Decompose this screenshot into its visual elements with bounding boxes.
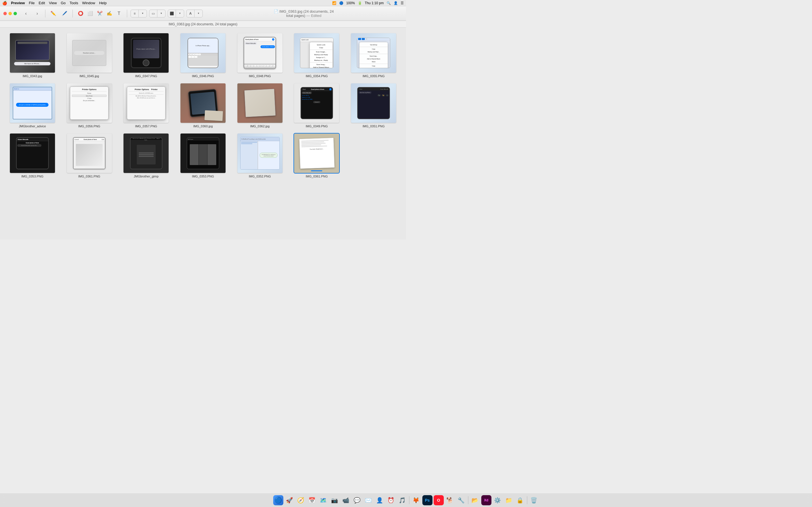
list-item[interactable]: IMG_0360.jpg [176, 83, 230, 128]
thumbnail-image: Switch to ...but just a reminder of AirP… [10, 83, 55, 123]
markup-tool[interactable]: ✍️ [105, 9, 114, 18]
list-item[interactable]: Printer Options Printer Brother HL-L2375… [119, 83, 173, 128]
list-view-icon[interactable]: ☰ [401, 1, 404, 5]
thumbnail-label: JMGbrother_gimp [134, 175, 158, 178]
thumbnail-wrapper[interactable]: ‹ Back Robert Metcalfe Sent from my iPho… [351, 83, 396, 123]
battery-icon: 🔋 [358, 1, 362, 5]
list-item[interactable]: Switch to ...but just a reminder of AirP… [6, 83, 59, 128]
thumbnail-wrapper[interactable]: Here we are in MacBook Pro Preview's Too… [123, 133, 168, 173]
rounded-group: ⬛ ▼ [168, 10, 184, 17]
list-item[interactable]: We have an iPhone... IMG_0343.jpg [6, 33, 59, 78]
thumbnail-wrapper[interactable]: Good photo of form ● Robert Metcalfe Goo… [238, 33, 283, 73]
pencil-tool[interactable]: ✏️ [49, 9, 58, 18]
list-item[interactable]: ‹ Back Robert Metcalfe Sent from my iPho… [347, 83, 400, 128]
text-tool[interactable]: T [114, 9, 123, 18]
oval-tool[interactable]: ⭕ [76, 9, 85, 18]
thumbnail-label: IMG_0362.jpg [250, 124, 269, 128]
back-button[interactable]: ‹ [21, 9, 31, 18]
apple-menu[interactable]: 🍎 [2, 1, 7, 5]
forward-button[interactable]: › [33, 9, 42, 18]
thumbnail-wrapper[interactable]: ‹ Back Good photo of form ● Robert Metca… [294, 83, 339, 123]
thumbnail-image: Printer Options Printer Select Printer 1… [67, 83, 112, 123]
list-item[interactable]: 📹 📹 ••• Via AirDrop Copy Markup and Repl… [347, 33, 400, 78]
thumbnail-image: On MacBook Pro printing to same Brother … [238, 133, 283, 173]
menu-preview[interactable]: Preview [11, 1, 25, 5]
clock: Thu 1:10 pm [365, 1, 384, 5]
separator-1 [45, 10, 45, 17]
menu-go[interactable]: Go [61, 1, 65, 5]
list-item[interactable]: In iPhone Photos app... q w e r t [176, 33, 230, 78]
rounded-btn[interactable]: ⬛ [168, 10, 176, 17]
list-item[interactable]: Printer Options Printer Select Printer 1… [63, 83, 116, 128]
thumbnail-label: IMG_0343.jpg [22, 74, 42, 78]
list-item[interactable]: ‹ Back Good photo of form ● Robert Metca… [290, 83, 344, 128]
rectangle-tool[interactable]: ⬜ [86, 9, 95, 18]
thumbnail-image: All Photos [181, 133, 225, 173]
user-avatar: 👤 [394, 1, 398, 5]
thumbnail-wrapper[interactable]: Switch to ...but just a reminder of AirP… [10, 83, 55, 123]
search-icon[interactable]: 🔍 [387, 1, 391, 5]
thumbnail-wrapper[interactable]: Quick Look Quick Look Copy Scan Image...… [294, 33, 339, 73]
menubar-right: 📶 🔵 100% 🔋 Thu 1:10 pm 🔍 👤 ☰ [332, 1, 404, 5]
thumbnail-wrapper[interactable]: We have an iPhone... [10, 33, 55, 73]
thumbnail-image: Good photo of form ● Robert Metcalfe Goo… [238, 33, 283, 73]
thumbnail-wrapper[interactable]: Robert Metcalfe Good photo of form Downl… [10, 133, 55, 173]
thumbnail-image: ‹ Back Good photo of form ● Robert Metca… [294, 83, 339, 123]
list-item[interactable]: Robert Metcalfe Good photo of form Downl… [6, 133, 59, 178]
thumbnail-image: We have an iPhone... [10, 33, 55, 73]
menu-view[interactable]: View [49, 1, 57, 5]
thumbnail-image: Cancel Good photo of form Edit [67, 133, 112, 173]
list-item[interactable]: Resilient photo... IMG_0345.jpg [63, 33, 116, 78]
battery-status: 100% [346, 1, 355, 5]
thumbnail-wrapper[interactable]: Cancel Good photo of form Edit [67, 133, 112, 173]
main-content[interactable]: We have an iPhone... IMG_0343.jpg Resili… [0, 27, 406, 239]
thumbnail-wrapper[interactable]: Resilient photo... [67, 33, 112, 73]
list-item[interactable]: IMG_0362.jpg [233, 83, 287, 128]
list-item[interactable]: Here we are in MacBook Pro Preview's Too… [119, 133, 173, 178]
selection-tool[interactable]: ✂️ [95, 9, 104, 18]
thumbnail-image: The letter Brightness... [294, 133, 339, 173]
thumbnail-wrapper[interactable]: Printer Options Printer Select Printer 1… [67, 83, 112, 123]
menu-edit[interactable]: Edit [39, 1, 45, 5]
list-item[interactable]: Cancel Good photo of form Edit IMG_0361.… [63, 133, 116, 178]
thumbnail-wrapper[interactable] [238, 83, 283, 123]
list-item[interactable]: On MacBook Pro printing to same Brother … [233, 133, 287, 178]
thumbnail-wrapper[interactable]: Photo taken with iPhone... [123, 33, 168, 73]
thumbnail-wrapper[interactable] [181, 83, 225, 123]
highlight-tool[interactable]: 🖊️ [60, 9, 69, 18]
list-item[interactable]: Quick Look Quick Look Copy Scan Image...… [290, 33, 344, 78]
bluetooth-icon: 🔵 [339, 1, 343, 5]
thumbnail-label: IMG_0361.PNG [306, 175, 327, 178]
thumbnail-label: IMG_0357.PNG [135, 124, 157, 128]
thumbnail-image [181, 83, 225, 123]
thumbnail-image: Robert Metcalfe Good photo of form Downl… [10, 133, 55, 173]
menu-tools[interactable]: Tools [70, 1, 78, 5]
window-title: 📄 IMG_0363.jpg (24 documents, 24 total p… [271, 9, 336, 18]
rect-chevron[interactable]: ▼ [157, 10, 165, 17]
thumbnail-wrapper[interactable]: All Photos [181, 133, 225, 173]
rect-btn[interactable]: ▭ [149, 10, 157, 17]
list-item[interactable]: The letter Brightness... IMG_0361.PNG [290, 133, 344, 178]
thumbnail-wrapper[interactable]: The letter Brightness... [294, 133, 339, 173]
text-btn[interactable]: A [187, 10, 195, 17]
thumbnail-wrapper[interactable]: Printer Options Printer Brother HL-L2375… [123, 83, 168, 123]
text-chevron[interactable]: ▼ [195, 10, 202, 17]
menu-file[interactable]: File [29, 1, 35, 5]
thumbnail-label: IMG_0361.PNG [78, 175, 100, 178]
minimize-button[interactable] [8, 12, 12, 15]
thumbnail-wrapper[interactable]: On MacBook Pro printing to same Brother … [238, 133, 283, 173]
list-item[interactable]: All Photos IMG_0353.PNG [176, 133, 230, 178]
thumbnail-label: IMG_0353.PNG [192, 175, 214, 178]
thumbnail-wrapper[interactable]: In iPhone Photos app... q w e r t [181, 33, 225, 73]
thumbnail-image: Here we are in MacBook Pro Preview's Too… [123, 133, 168, 173]
menu-window[interactable]: Window [82, 1, 95, 5]
justify-chevron[interactable]: ▼ [139, 10, 147, 17]
maximize-button[interactable] [13, 12, 17, 15]
list-item[interactable]: Good photo of form ● Robert Metcalfe Goo… [233, 33, 287, 78]
list-item[interactable]: Photo taken with iPhone... IMG_0347.PNG [119, 33, 173, 78]
thumbnail-wrapper[interactable]: 📹 📹 ••• Via AirDrop Copy Markup and Repl… [351, 33, 396, 73]
rounded-chevron[interactable]: ▼ [176, 10, 184, 17]
close-button[interactable] [3, 12, 7, 15]
justify-left[interactable]: ≡ [131, 10, 139, 17]
menu-help[interactable]: Help [99, 1, 107, 5]
